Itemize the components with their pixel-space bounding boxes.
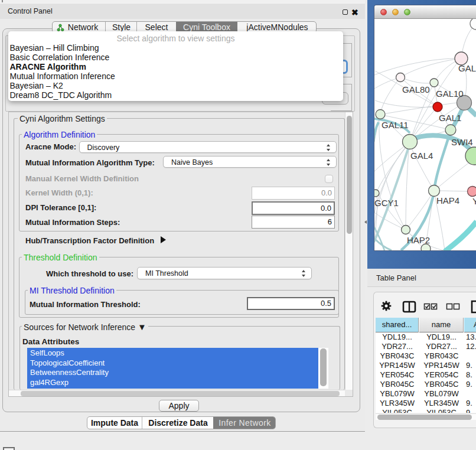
- svg-text:GAL11: GAL11: [382, 120, 409, 130]
- svg-text:SWI4: SWI4: [451, 137, 473, 147]
- svg-text:YEL: YEL: [472, 196, 476, 206]
- svg-text:GCY1: GCY1: [374, 198, 399, 208]
- svg-text:GAL10: GAL10: [436, 89, 464, 99]
- svg-text:GAL2: GAL2: [458, 63, 476, 73]
- svg-text:HAP2: HAP2: [407, 235, 430, 245]
- svg-text:GAL80: GAL80: [402, 84, 430, 94]
- svg-text:HAP4: HAP4: [436, 195, 459, 206]
- svg-text:GAL4: GAL4: [410, 151, 433, 161]
- svg-text:GAL1: GAL1: [439, 113, 461, 123]
